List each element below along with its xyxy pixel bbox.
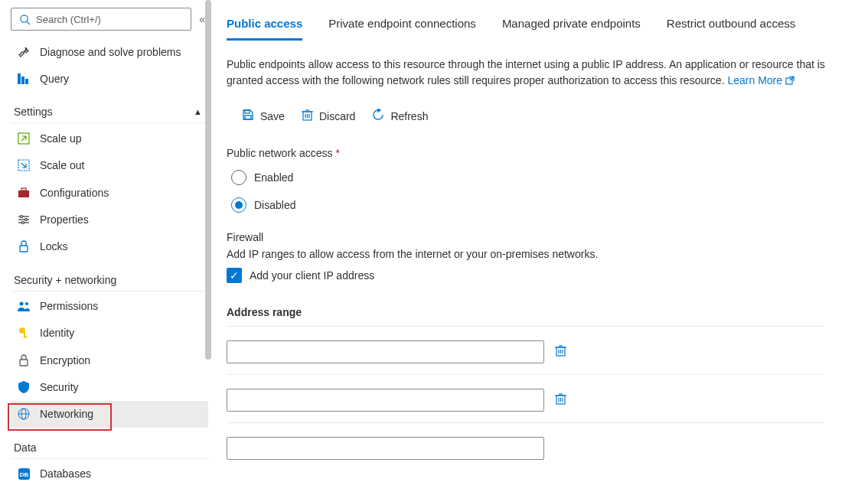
address-input[interactable] bbox=[227, 437, 544, 460]
tab-managed-private[interactable]: Managed private endpoints bbox=[502, 12, 641, 41]
svg-point-16 bbox=[19, 302, 23, 306]
nav-scale-out[interactable]: Scale out bbox=[11, 152, 208, 179]
firewall-heading: Firewall bbox=[227, 231, 857, 243]
nav-label: Scale out bbox=[40, 159, 84, 171]
nav-security[interactable]: Security bbox=[11, 373, 208, 400]
svg-rect-4 bbox=[25, 79, 28, 84]
svg-point-10 bbox=[21, 215, 23, 217]
required-asterisk: * bbox=[335, 147, 339, 159]
address-row-1 bbox=[227, 389, 857, 412]
query-icon bbox=[17, 73, 31, 84]
address-row-2 bbox=[227, 437, 857, 460]
svg-line-1 bbox=[27, 21, 30, 24]
address-input[interactable] bbox=[227, 340, 544, 363]
radio-enabled[interactable]: Enabled bbox=[231, 170, 857, 185]
radio-circle-icon bbox=[231, 170, 246, 185]
nav-encryption[interactable]: Encryption bbox=[11, 347, 208, 373]
svg-rect-8 bbox=[21, 188, 26, 191]
globe-network-icon bbox=[17, 408, 31, 420]
key-icon bbox=[17, 327, 31, 339]
nav-label: Locks bbox=[40, 240, 68, 252]
nav-label: Properties bbox=[40, 213, 89, 226]
nav-configurations[interactable]: Configurations bbox=[11, 179, 208, 206]
tab-public-access[interactable]: Public access bbox=[227, 12, 302, 41]
nav-diagnose[interactable]: Diagnose and solve problems bbox=[11, 38, 208, 65]
main-panel: Public access Private endpoint connectio… bbox=[211, 0, 868, 495]
svg-point-17 bbox=[25, 302, 28, 305]
wrench-icon bbox=[17, 46, 31, 58]
nav-label: Databases bbox=[40, 467, 91, 480]
tabs: Public access Private endpoint connectio… bbox=[227, 12, 857, 41]
firewall-description: Add IP ranges to allow access from the i… bbox=[227, 248, 857, 260]
svg-point-12 bbox=[25, 218, 28, 220]
sidebar: « Diagnose and solve problems Query Sett… bbox=[0, 0, 211, 495]
svg-text:DB: DB bbox=[19, 471, 28, 478]
tab-private-endpoint[interactable]: Private endpoint connections bbox=[328, 12, 476, 41]
checkbox-checked-icon: ✓ bbox=[227, 268, 242, 283]
lock-icon bbox=[17, 240, 31, 252]
description-text: Public endpoints allow access to this re… bbox=[227, 57, 831, 89]
radio-disabled[interactable]: Disabled bbox=[231, 197, 857, 213]
delete-address-icon[interactable] bbox=[555, 392, 566, 408]
svg-rect-28 bbox=[245, 110, 250, 113]
nav-label: Networking bbox=[40, 408, 93, 420]
svg-rect-21 bbox=[20, 360, 28, 366]
nav-query[interactable]: Query bbox=[11, 65, 208, 92]
nav-label: Identity bbox=[40, 327, 74, 339]
database-icon: DB bbox=[17, 468, 31, 480]
nav-label: Security bbox=[40, 381, 79, 393]
nav-label: Scale up bbox=[40, 132, 81, 145]
svg-point-14 bbox=[22, 221, 24, 223]
svg-rect-3 bbox=[21, 77, 24, 84]
chevron-up-icon[interactable]: ▲ bbox=[194, 107, 202, 116]
trash-icon bbox=[302, 109, 313, 124]
padlock-icon bbox=[17, 354, 31, 366]
briefcase-icon bbox=[17, 187, 31, 198]
svg-rect-2 bbox=[18, 73, 21, 84]
nav-scale-up[interactable]: Scale up bbox=[11, 125, 208, 151]
learn-more-link[interactable]: Learn More bbox=[727, 74, 794, 86]
address-input[interactable] bbox=[227, 389, 544, 412]
delete-address-icon[interactable] bbox=[555, 344, 566, 360]
save-button[interactable]: Save bbox=[242, 109, 285, 124]
radio-circle-icon bbox=[231, 197, 246, 213]
nav-label: Encryption bbox=[40, 354, 90, 366]
address-range-header: Address range bbox=[227, 306, 857, 318]
nav-locks[interactable]: Locks bbox=[11, 233, 208, 259]
scale-up-icon bbox=[17, 132, 31, 145]
save-icon bbox=[242, 109, 254, 124]
nav-permissions[interactable]: Permissions bbox=[11, 293, 208, 320]
nav-label: Diagnose and solve problems bbox=[40, 46, 181, 58]
search-input[interactable] bbox=[36, 14, 184, 25]
discard-button[interactable]: Discard bbox=[302, 109, 355, 124]
nav-databases[interactable]: DB Databases bbox=[11, 461, 208, 487]
scale-out-icon bbox=[17, 159, 31, 171]
public-access-radio-group: Enabled Disabled bbox=[231, 170, 857, 213]
toolbar: Save Discard Refresh bbox=[242, 109, 857, 124]
shield-icon bbox=[17, 381, 31, 393]
search-box[interactable] bbox=[11, 8, 191, 31]
section-header-data: Data bbox=[11, 428, 208, 457]
search-icon bbox=[18, 14, 31, 25]
nav-networking[interactable]: Networking bbox=[11, 401, 208, 428]
svg-rect-15 bbox=[20, 246, 28, 252]
svg-rect-20 bbox=[24, 336, 27, 337]
section-header-settings: Settings ▲ bbox=[11, 92, 208, 121]
nav-label: Permissions bbox=[40, 300, 98, 312]
refresh-icon bbox=[372, 109, 384, 124]
nav-label: Configurations bbox=[40, 187, 109, 199]
address-row-0 bbox=[227, 340, 857, 363]
nav-identity[interactable]: Identity bbox=[11, 320, 208, 347]
people-icon bbox=[17, 301, 31, 311]
svg-rect-29 bbox=[245, 116, 251, 119]
nav-label: Query bbox=[40, 73, 69, 85]
sidebar-scrollbar[interactable] bbox=[205, 0, 211, 367]
refresh-button[interactable]: Refresh bbox=[372, 109, 428, 124]
public-access-label: Public network access * bbox=[227, 147, 857, 159]
sliders-icon bbox=[17, 214, 31, 225]
nav-properties[interactable]: Properties bbox=[11, 206, 208, 233]
add-client-ip-checkbox[interactable]: ✓ Add your client IP address bbox=[227, 268, 857, 283]
tab-restrict-outbound[interactable]: Restrict outbound access bbox=[667, 12, 795, 41]
svg-rect-7 bbox=[18, 191, 29, 197]
section-header-security: Security + networking bbox=[11, 260, 208, 289]
